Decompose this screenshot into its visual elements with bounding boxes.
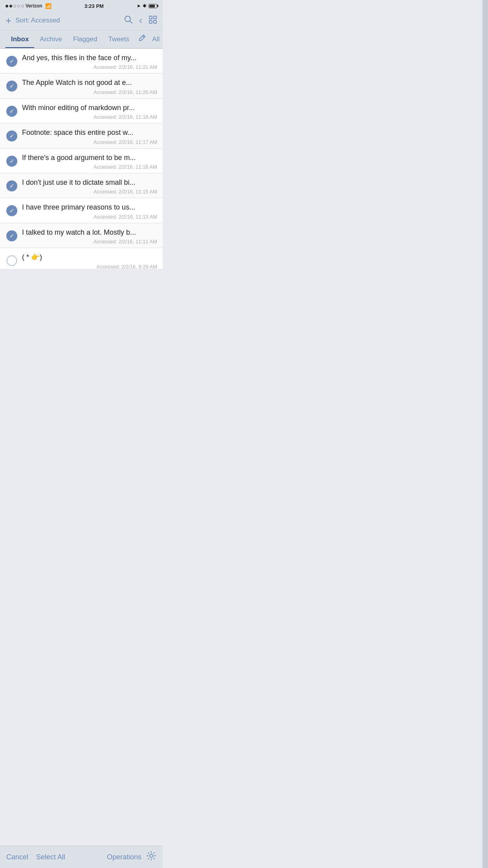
checkbox-2[interactable]: ✓ [6,105,18,118]
checkbox-checked-icon: ✓ [6,106,17,117]
list-item[interactable]: ✓ I talked to my watch a lot. Mostly b..… [0,223,163,248]
item-date-4: Accessed: 2/2/16, 11:16 AM [22,164,157,170]
item-title-5: I don't just use it to dictate small bi.… [22,178,157,187]
item-date-8: Accessed: 2/2/16, 9:29 AM [22,264,157,269]
item-title-3: Footnote: space this entire post w... [22,128,157,137]
checkbox-8[interactable] [6,254,18,267]
tabs: Inbox Archive Flagged Tweets All [0,30,163,49]
item-content-5: I don't just use it to dictate small bi.… [22,178,157,195]
tab-inbox[interactable]: Inbox [6,31,34,47]
checkbox-5[interactable]: ✓ [6,180,18,192]
signal-dot-1 [6,5,8,7]
checkbox-4[interactable]: ✓ [6,155,18,167]
checkbox-checked-icon: ✓ [6,180,17,191]
time-label: 3:23 PM [84,3,104,9]
svg-rect-4 [149,20,152,23]
grid-icon[interactable] [149,15,157,26]
sort-label[interactable]: Sort: Accessed [15,17,120,24]
search-icon[interactable] [124,15,133,26]
status-right: ➤ ✱ [137,3,157,9]
item-date-6: Accessed: 2/2/16, 11:13 AM [22,214,157,220]
item-content-4: If there's a good argument to be m... Ac… [22,153,157,170]
list-container: ✓ And yes, this flies in the face of my.… [0,49,163,269]
svg-rect-5 [154,20,156,23]
list-item[interactable]: ✓ If there's a good argument to be m... … [0,149,163,173]
item-date-7: Accessed: 2/2/16, 11:11 AM [22,239,157,245]
item-date-3: Accessed: 2/2/16, 11:17 AM [22,139,157,145]
checkbox-checked-icon: ✓ [6,230,17,241]
battery-icon [149,4,157,8]
list-item[interactable]: ✓ With minor editing of markdown pr... A… [0,99,163,123]
list: ✓ And yes, this flies in the face of my.… [0,49,163,269]
svg-line-1 [130,21,132,23]
item-content-8: ( * 👉) Accessed: 2/2/16, 9:29 AM [22,253,157,269]
status-bar: Verizon 📶 3:23 PM ➤ ✱ [0,0,163,11]
checkbox-0[interactable]: ✓ [6,55,18,68]
checkbox-checked-icon: ✓ [6,81,17,92]
toolbar: + Sort: Accessed ‹ [0,11,163,30]
signal-dot-2 [9,5,12,7]
location-icon: ➤ [137,3,141,9]
item-content-1: The Apple Watch is not good at e... Acce… [22,78,157,95]
list-item[interactable]: ✓ I don't just use it to dictate small b… [0,173,163,198]
item-title-4: If there's a good argument to be m... [22,153,157,162]
add-button[interactable]: + [6,15,11,26]
checkbox-empty-icon [7,256,17,266]
checkbox-3[interactable]: ✓ [6,130,18,142]
item-content-7: I talked to my watch a lot. Mostly b... … [22,228,157,245]
signal-dots [6,5,24,7]
signal-dot-4 [17,5,20,7]
battery-fill [149,5,155,7]
toolbar-icons: ‹ [124,15,157,26]
item-date-0: Accessed: 2/2/16, 11:21 AM [22,64,157,70]
checkbox-6[interactable]: ✓ [6,204,18,217]
back-icon[interactable]: ‹ [139,15,142,26]
item-date-2: Accessed: 2/2/16, 11:18 AM [22,114,157,120]
pencil-icon[interactable] [135,30,149,48]
item-content-0: And yes, this flies in the face of my...… [22,53,157,70]
item-title-7: I talked to my watch a lot. Mostly b... [22,228,157,237]
list-item[interactable]: ( * 👉) Accessed: 2/2/16, 9:29 AM [0,248,163,269]
wifi-icon: 📶 [45,3,51,9]
list-item[interactable]: ✓ The Apple Watch is not good at e... Ac… [0,74,163,98]
tab-flagged[interactable]: Flagged [68,31,103,47]
item-title-1: The Apple Watch is not good at e... [22,78,157,87]
item-date-1: Accessed: 2/2/16, 11:20 AM [22,89,157,95]
checkbox-checked-icon: ✓ [6,156,17,167]
svg-rect-3 [154,16,156,19]
item-content-3: Footnote: space this entire post w... Ac… [22,128,157,145]
checkbox-1[interactable]: ✓ [6,80,18,92]
tab-tweets[interactable]: Tweets [103,31,135,47]
item-title-8: ( * 👉) [22,253,157,262]
list-item[interactable]: ✓ I have three primary reasons to us... … [0,198,163,223]
checkbox-checked-icon: ✓ [6,56,17,67]
status-left: Verizon 📶 [6,3,51,9]
carrier-label: Verizon [26,3,42,9]
bluetooth-icon: ✱ [143,3,147,9]
item-content-2: With minor editing of markdown pr... Acc… [22,103,157,120]
signal-dot-5 [21,5,24,7]
tab-all[interactable]: All [149,31,163,47]
checkbox-checked-icon: ✓ [6,205,17,216]
svg-rect-2 [149,16,152,19]
item-content-6: I have three primary reasons to us... Ac… [22,203,157,219]
checkbox-checked-icon: ✓ [6,131,17,142]
checkbox-7[interactable]: ✓ [6,230,18,242]
list-item[interactable]: ✓ Footnote: space this entire post w... … [0,123,163,148]
list-item[interactable]: ✓ And yes, this flies in the face of my.… [0,49,163,74]
item-title-6: I have three primary reasons to us... [22,203,157,212]
item-title-0: And yes, this flies in the face of my... [22,53,157,63]
signal-dot-3 [13,5,16,7]
tab-archive[interactable]: Archive [34,31,68,47]
item-title-2: With minor editing of markdown pr... [22,103,157,112]
item-date-5: Accessed: 2/2/16, 11:15 AM [22,189,157,195]
